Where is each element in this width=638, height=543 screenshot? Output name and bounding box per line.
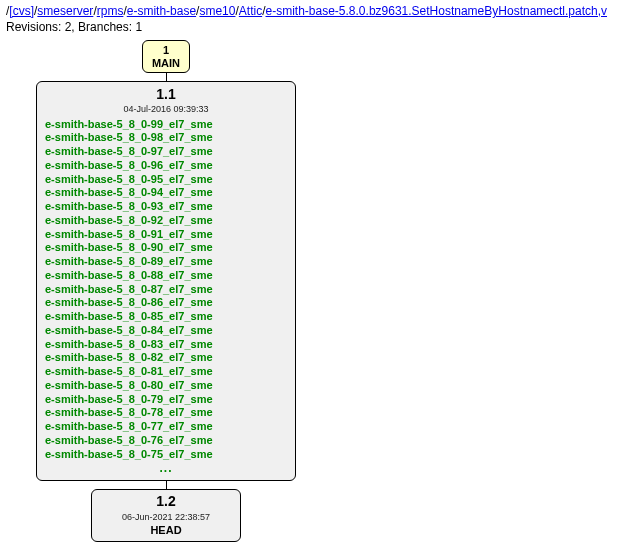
breadcrumb: /[cvs]/smeserver/rpms/e-smith-base/sme10… — [6, 4, 638, 20]
ellipsis: ... — [45, 461, 287, 476]
revision-tag: e-smith-base-5_8_0-92_el7_sme — [45, 214, 287, 228]
path-segment-link[interactable]: sme10 — [199, 4, 235, 18]
revision-tag: e-smith-base-5_8_0-89_el7_sme — [45, 255, 287, 269]
revision-tag: e-smith-base-5_8_0-90_el7_sme — [45, 241, 287, 255]
revision-tag: e-smith-base-5_8_0-98_el7_sme — [45, 131, 287, 145]
revision-tag: e-smith-base-5_8_0-75_el7_sme — [45, 448, 287, 462]
revision-tag: e-smith-base-5_8_0-81_el7_sme — [45, 365, 287, 379]
tag-list: e-smith-base-5_8_0-99_el7_smee-smith-bas… — [45, 118, 287, 462]
revision-date: 06-Jun-2021 22:38:57 — [98, 512, 234, 523]
revision-version: 1.1 — [45, 86, 287, 104]
path-segment-link[interactable]: [cvs] — [9, 4, 34, 18]
meta-info: Revisions: 2, Branches: 1 — [6, 20, 638, 34]
revision-tag: e-smith-base-5_8_0-77_el7_sme — [45, 420, 287, 434]
revision-tag: e-smith-base-5_8_0-97_el7_sme — [45, 145, 287, 159]
revision-box-1[interactable]: 1.1 04-Jul-2016 09:39:33 e-smith-base-5_… — [36, 81, 296, 482]
branch-name: MAIN — [149, 57, 183, 70]
revision-tag: e-smith-base-5_8_0-99_el7_sme — [45, 118, 287, 132]
revision-tag: e-smith-base-5_8_0-82_el7_sme — [45, 351, 287, 365]
head-label: HEAD — [98, 524, 234, 538]
revision-tag: e-smith-base-5_8_0-93_el7_sme — [45, 200, 287, 214]
revision-tag: e-smith-base-5_8_0-87_el7_sme — [45, 283, 287, 297]
revision-tag: e-smith-base-5_8_0-96_el7_sme — [45, 159, 287, 173]
path-segment-link[interactable]: e-smith-base-5.8.0.bz9631.SetHostnameByH… — [266, 4, 608, 18]
revision-tag: e-smith-base-5_8_0-78_el7_sme — [45, 406, 287, 420]
revision-box-2[interactable]: 1.2 06-Jun-2021 22:38:57 HEAD — [91, 489, 241, 542]
revision-tag: e-smith-base-5_8_0-76_el7_sme — [45, 434, 287, 448]
revision-tag: e-smith-base-5_8_0-91_el7_sme — [45, 228, 287, 242]
revision-tag: e-smith-base-5_8_0-94_el7_sme — [45, 186, 287, 200]
connector — [166, 73, 167, 81]
revision-tag: e-smith-base-5_8_0-88_el7_sme — [45, 269, 287, 283]
revision-tag: e-smith-base-5_8_0-85_el7_sme — [45, 310, 287, 324]
revision-tag: e-smith-base-5_8_0-86_el7_sme — [45, 296, 287, 310]
revision-tag: e-smith-base-5_8_0-80_el7_sme — [45, 379, 287, 393]
revision-tag: e-smith-base-5_8_0-79_el7_sme — [45, 393, 287, 407]
path-segment-link[interactable]: rpms — [97, 4, 124, 18]
connector — [166, 481, 167, 489]
revision-tag: e-smith-base-5_8_0-83_el7_sme — [45, 338, 287, 352]
path-segment-link[interactable]: Attic — [239, 4, 262, 18]
revision-tag: e-smith-base-5_8_0-95_el7_sme — [45, 173, 287, 187]
branch-number: 1 — [149, 44, 183, 57]
revision-date: 04-Jul-2016 09:39:33 — [45, 104, 287, 115]
branch-box[interactable]: 1 MAIN — [142, 40, 190, 73]
path-segment-link[interactable]: smeserver — [37, 4, 93, 18]
revision-tag: e-smith-base-5_8_0-84_el7_sme — [45, 324, 287, 338]
path-segment-link[interactable]: e-smith-base — [127, 4, 196, 18]
revision-graph: 1 MAIN 1.1 04-Jul-2016 09:39:33 e-smith-… — [16, 40, 316, 542]
revision-version: 1.2 — [98, 493, 234, 511]
